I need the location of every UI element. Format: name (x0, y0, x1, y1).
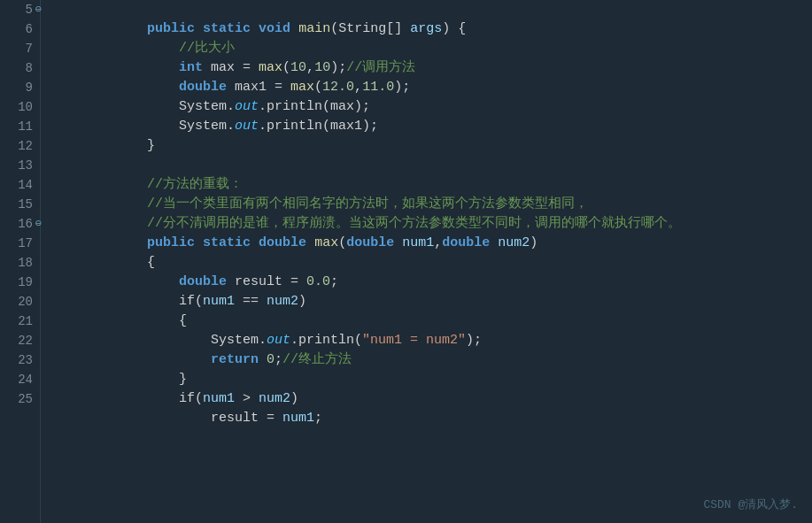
code-editor: 5 6 7 8 9 10 11 12 13 14 15 16 17 18 19 … (0, 0, 812, 523)
line-num-17: 17 (9, 234, 33, 253)
code-line-18: double result = 0.0; (51, 253, 812, 273)
line-num-13: 13 (9, 156, 33, 175)
line-num-15: 15 (9, 195, 33, 214)
code-line-13: //方法的重载： (51, 156, 812, 175)
line-num-20: 20 (9, 292, 33, 311)
line-num-10: 10 (9, 97, 33, 117)
line-num-12: 12 (9, 136, 33, 156)
watermark: CSDN @清风入梦. (703, 496, 798, 512)
code-area: 5 6 7 8 9 10 11 12 13 14 15 16 17 18 19 … (0, 0, 812, 523)
line-num-22: 22 (9, 331, 33, 350)
code-line-5: public static void main(String[] args) { (51, 0, 812, 19)
code-line-12 (51, 136, 812, 156)
line-num-16: 16 (9, 214, 33, 234)
line-num-21: 21 (9, 311, 33, 331)
line-num-18: 18 (9, 253, 33, 273)
line-num-8: 8 (9, 58, 33, 78)
line-num-24: 24 (9, 370, 33, 389)
line-num-11: 11 (9, 117, 33, 136)
line-num-7: 7 (9, 39, 33, 58)
line-num-9: 9 (9, 78, 33, 97)
line-num-5: 5 (9, 0, 33, 19)
line-num-14: 14 (9, 175, 33, 195)
code-lines: public static void main(String[] args) {… (41, 0, 812, 523)
line-numbers: 5 6 7 8 9 10 11 12 13 14 15 16 17 18 19 … (0, 0, 41, 523)
line-num-6: 6 (9, 19, 33, 39)
line-num-25: 25 (9, 389, 33, 409)
line-num-23: 23 (9, 350, 33, 370)
line-num-19: 19 (9, 273, 33, 292)
